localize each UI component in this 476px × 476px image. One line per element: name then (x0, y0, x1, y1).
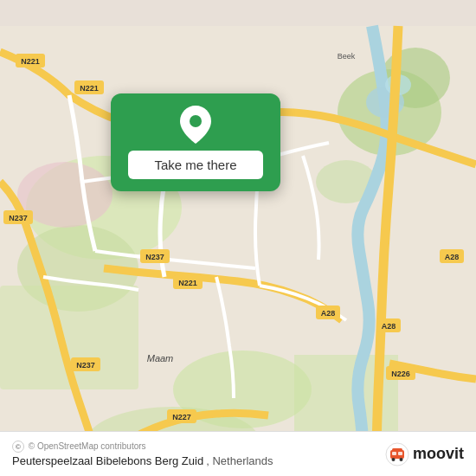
location-pin (178, 107, 213, 142)
svg-text:N226: N226 (391, 370, 410, 378)
osm-logo: © (12, 441, 24, 453)
bottom-left-info: © © OpenStreetMap contributors Peuterspe… (12, 441, 385, 467)
map-container: N221 N221 N221 N237 N237 N237 N227 A28 A… (0, 0, 476, 476)
location-name: Peuterspeelzaal Bibelebons Berg Zuid (12, 454, 203, 467)
svg-text:N237: N237 (9, 214, 28, 222)
svg-text:A28: A28 (382, 322, 396, 331)
svg-rect-45 (392, 452, 396, 455)
credit-text: © OpenStreetMap contributors (29, 441, 146, 451)
country-name: , Netherlands (206, 454, 273, 467)
moovit-icon (385, 442, 409, 466)
take-me-there-button[interactable]: Take me there (128, 151, 263, 179)
bottom-bar: © © OpenStreetMap contributors Peuterspe… (0, 431, 476, 476)
svg-text:Beek: Beek (338, 52, 356, 61)
location-card: Take me there (111, 93, 280, 191)
svg-point-43 (391, 458, 395, 461)
svg-text:N237: N237 (145, 253, 164, 261)
place-name-row: Peuterspeelzaal Bibelebons Berg Zuid , N… (12, 454, 273, 467)
svg-text:A28: A28 (321, 309, 336, 318)
moovit-logo: moovit (385, 442, 464, 466)
svg-text:Maam: Maam (147, 353, 174, 363)
svg-text:N237: N237 (76, 361, 95, 370)
svg-text:N227: N227 (172, 413, 191, 421)
moovit-text: moovit (413, 445, 464, 463)
svg-text:N221: N221 (21, 57, 40, 66)
svg-point-39 (190, 115, 202, 127)
osm-credit: © © OpenStreetMap contributors (12, 441, 273, 453)
map-svg: N221 N221 N221 N237 N237 N237 N227 A28 A… (0, 0, 476, 476)
svg-rect-46 (398, 452, 402, 455)
svg-point-44 (399, 458, 402, 461)
svg-text:A28: A28 (445, 253, 460, 261)
svg-text:N221: N221 (80, 84, 99, 93)
svg-text:N221: N221 (178, 279, 197, 287)
